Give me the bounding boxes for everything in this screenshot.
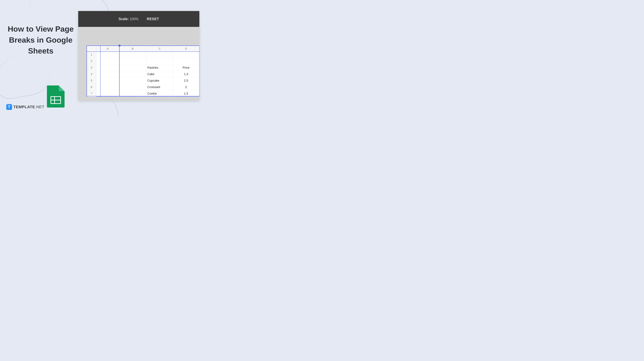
scale-label: Scale: <box>119 17 129 21</box>
page-title: How to View Page Breaks in Google Sheets <box>8 23 74 56</box>
cell[interactable] <box>96 84 119 90</box>
cell[interactable]: Cake <box>146 71 173 77</box>
cell[interactable]: Cupcake <box>146 77 173 84</box>
cell[interactable] <box>119 51 146 58</box>
table-row: 6 Croissant 2 <box>87 84 199 90</box>
column-header-b[interactable]: B <box>119 46 146 51</box>
cell[interactable]: Croissant <box>146 84 173 90</box>
row-header-2[interactable]: 2 <box>87 58 96 64</box>
cell[interactable]: Price <box>173 64 199 71</box>
cell[interactable]: Cookie <box>146 90 173 97</box>
cell[interactable] <box>119 90 146 97</box>
spreadsheet[interactable]: A B C D 1 2 <box>86 45 199 97</box>
table-row: 2 <box>87 58 199 64</box>
table-row: 1 <box>87 51 199 58</box>
rows-container: 1 2 3 Pastries <box>87 51 199 97</box>
google-sheets-icon <box>47 85 64 107</box>
scale-value: 100% <box>130 17 138 21</box>
logo-main: TEMPLATE <box>14 105 35 109</box>
page-break-dashed-horizontal-top <box>87 51 199 52</box>
logo-icon: T <box>6 104 12 110</box>
cell[interactable] <box>119 58 146 64</box>
row-header-6[interactable]: 6 <box>87 84 96 90</box>
column-headers-row: A B C D <box>87 46 199 51</box>
cell[interactable] <box>96 58 119 64</box>
cell[interactable] <box>96 71 119 77</box>
row-header-5[interactable]: 5 <box>87 77 96 84</box>
cell[interactable] <box>96 77 119 84</box>
page-break-dashed-horizontal-bottom <box>87 96 199 96</box>
logo-letter: T <box>8 105 10 109</box>
cell[interactable] <box>173 51 199 58</box>
screenshot-panel: Scale: 100% RESET A B C D 1 <box>78 11 199 101</box>
page-break-dashed-vertical <box>100 46 100 96</box>
row-header-1[interactable]: 1 <box>87 51 96 58</box>
column-header-c[interactable]: C <box>146 46 173 51</box>
template-net-logo: T TEMPLATE.NET <box>6 104 44 110</box>
cell[interactable] <box>173 58 199 64</box>
print-toolbar: Scale: 100% RESET <box>78 11 199 27</box>
title-area: How to View Page Breaks in Google Sheets <box>8 23 74 56</box>
cell[interactable] <box>146 51 173 58</box>
cell[interactable] <box>96 51 119 58</box>
table-row: 4 Cake 1.3 <box>87 71 199 77</box>
cell[interactable]: 2 <box>173 84 199 90</box>
reset-button[interactable]: RESET <box>147 17 159 21</box>
column-header-d[interactable]: D <box>173 46 199 51</box>
logo-text: TEMPLATE.NET <box>14 105 44 109</box>
cell[interactable] <box>119 71 146 77</box>
cell[interactable]: Pastries <box>146 64 173 71</box>
cell[interactable]: 2.5 <box>173 77 199 84</box>
page-break-solid-vertical[interactable] <box>119 46 120 96</box>
cell[interactable]: 1.5 <box>173 90 199 97</box>
row-header-4[interactable]: 4 <box>87 71 96 77</box>
row-header-7[interactable]: 7 <box>87 90 96 97</box>
cell[interactable] <box>119 77 146 84</box>
table-row: 3 Pastries Price <box>87 64 199 71</box>
row-header-3[interactable]: 3 <box>87 64 96 71</box>
sheet-preview-area: A B C D 1 2 <box>78 27 199 101</box>
column-header-a[interactable]: A <box>96 46 119 51</box>
page-break-handle[interactable] <box>118 44 120 47</box>
cell[interactable] <box>119 64 146 71</box>
corner-cell[interactable] <box>87 46 96 51</box>
scale-display: Scale: 100% <box>119 17 139 21</box>
cell[interactable] <box>146 58 173 64</box>
cell[interactable]: 1.3 <box>173 71 199 77</box>
cell[interactable] <box>119 84 146 90</box>
table-row: 7 Cookie 1.5 <box>87 90 199 97</box>
decorative-line <box>0 51 53 101</box>
cell[interactable] <box>96 90 119 97</box>
table-row: 5 Cupcake 2.5 <box>87 77 199 84</box>
logo-suffix: .NET <box>35 105 44 109</box>
cell[interactable] <box>96 64 119 71</box>
